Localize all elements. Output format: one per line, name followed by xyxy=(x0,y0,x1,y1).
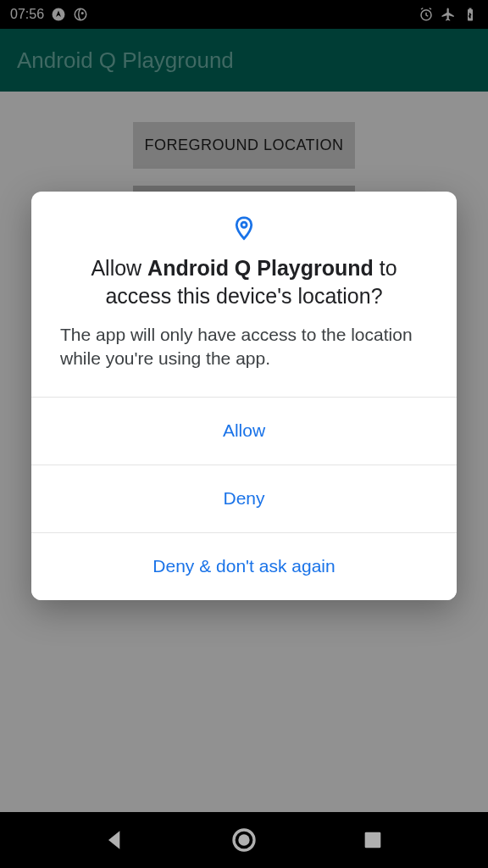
location-pin-icon xyxy=(31,192,457,254)
back-button[interactable] xyxy=(102,826,129,854)
deny-button[interactable]: Deny xyxy=(31,465,457,532)
dialog-title-app: Android Q Playground xyxy=(147,256,374,280)
svg-point-4 xyxy=(241,222,247,227)
allow-button[interactable]: Allow xyxy=(31,397,457,465)
dialog-actions: Allow Deny Deny & don't ask again xyxy=(31,397,457,600)
dialog-title: Allow Android Q Playground to access thi… xyxy=(31,254,457,323)
svg-rect-7 xyxy=(365,832,381,849)
permission-dialog: Allow Android Q Playground to access thi… xyxy=(31,192,457,600)
dialog-body: The app will only have access to the loc… xyxy=(31,323,457,397)
home-button[interactable] xyxy=(230,826,258,854)
recent-button[interactable] xyxy=(359,826,386,854)
dialog-title-prefix: Allow xyxy=(91,256,147,280)
navigation-bar xyxy=(0,812,488,868)
svg-point-6 xyxy=(238,834,249,845)
deny-forever-button[interactable]: Deny & don't ask again xyxy=(31,532,457,600)
